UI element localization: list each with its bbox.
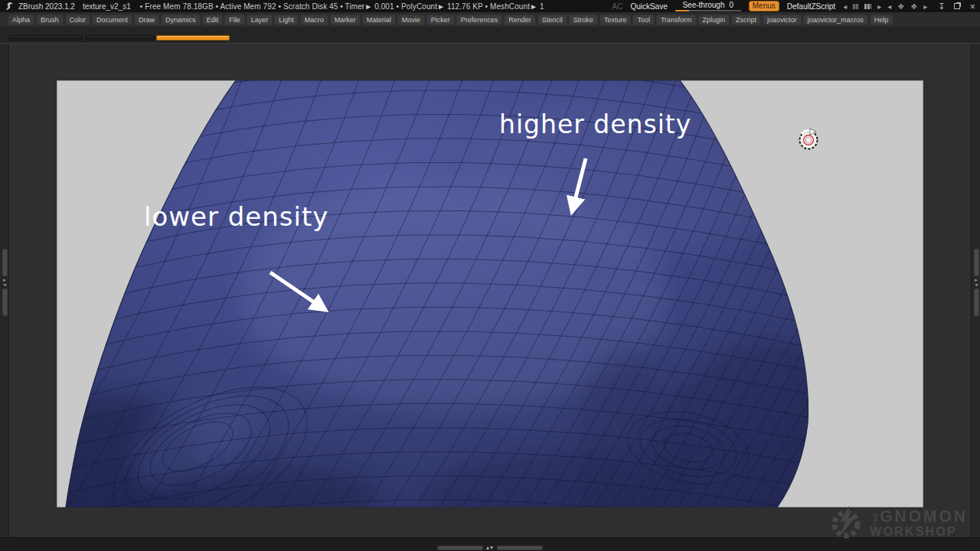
menu-item[interactable]: Macro [300, 15, 328, 25]
menu-item[interactable]: Zplugin [698, 15, 730, 25]
title-bar: ZBrush 2023.1.2 texture_v2_s1 • Free Mem… [0, 0, 980, 12]
restore-icon[interactable] [954, 3, 960, 9]
menu-item[interactable]: Texture [599, 15, 632, 25]
menu-bar: AlphaBrushColorDocumentDrawDynamicsEditF… [0, 12, 980, 27]
palette-scroll-left-icon[interactable]: ◂ [887, 2, 891, 11]
menu-item[interactable]: Marker [330, 15, 361, 25]
minimize-icon[interactable]: ↧ [938, 2, 945, 11]
right-tray-bars-icon[interactable] [864, 4, 871, 9]
divider-collapse-right-icon[interactable]: ▸ [877, 2, 881, 11]
tray-segment-1[interactable] [9, 35, 83, 41]
right-scrollbar-upper-segment[interactable] [974, 249, 979, 276]
right-tray-edge: ▸◂ [971, 44, 980, 538]
memory-stats-label: • Free Mem 78.18GB • Active Mem 792 • Sc… [140, 2, 544, 11]
watermark-workshop: WORKSHOP [870, 526, 968, 538]
right-scrollbar[interactable]: ▸◂ [973, 249, 979, 316]
see-through-slider[interactable]: See-through 0 [675, 2, 741, 11]
right-scrollbar-arrows-icon[interactable]: ▸◂ [975, 278, 978, 287]
horizontal-scrollbar[interactable]: ▴▾ [437, 545, 543, 551]
menu-item[interactable]: Help [870, 15, 893, 25]
menu-item[interactable]: Material [362, 15, 396, 25]
menu-item[interactable]: Movie [397, 15, 425, 25]
close-icon[interactable]: × [969, 2, 975, 11]
menu-item[interactable]: Render [504, 15, 536, 25]
quicksave-button[interactable]: QuickSave [630, 2, 667, 11]
menu-item[interactable]: Light [274, 15, 299, 25]
lower-density-label: lower density [144, 201, 328, 232]
ac-indicator: AC [612, 2, 622, 11]
left-scrollbar-upper-segment[interactable] [2, 249, 8, 276]
zbrush-logo-icon [5, 2, 15, 11]
left-tray-bars-icon[interactable] [853, 4, 858, 9]
menu-item[interactable]: Edit [202, 15, 224, 25]
menu-item[interactable]: Color [65, 15, 91, 25]
menu-item[interactable]: Zscript [731, 15, 761, 25]
menu-item[interactable]: Picker [426, 15, 455, 25]
menu-item[interactable]: Stroke [569, 15, 598, 25]
menu-item[interactable]: Draw [134, 15, 159, 25]
see-through-value: 0 [729, 2, 733, 8]
gnomon-gear-icon [828, 505, 864, 540]
zbrush-window: ZBrush 2023.1.2 texture_v2_s1 • Free Mem… [0, 0, 980, 551]
app-version-label: ZBrush 2023.1.2 [18, 2, 75, 11]
menu-item[interactable]: Layer [247, 15, 273, 25]
left-scrollbar-lower-segment[interactable] [2, 289, 8, 316]
divider-collapse-left-icon[interactable]: ◂ [843, 2, 847, 11]
menu-item[interactable]: Stencil [537, 15, 567, 25]
brush-cluster-alt-icon[interactable]: ❖ [910, 2, 917, 11]
rotate-camera-gizmo[interactable] [800, 129, 818, 149]
higher-density-label: higher density [499, 109, 691, 139]
menu-item[interactable]: File [224, 15, 245, 25]
watermark-gnomon: GNOMON [880, 507, 968, 524]
see-through-track[interactable] [675, 10, 741, 11]
menu-item[interactable]: Tool [632, 15, 655, 25]
tray-strip [0, 27, 980, 43]
left-scrollbar-arrows-icon[interactable]: ▸◂ [3, 278, 6, 287]
menu-item[interactable]: Brush [36, 15, 64, 25]
left-tray-edge: ▸◂ [0, 44, 9, 538]
document-name-label: texture_v2_s1 [83, 2, 131, 11]
watermark-the: THE [873, 517, 878, 525]
brush-cluster-icon[interactable]: ❖ [897, 2, 904, 11]
palette-scroll-right-icon[interactable]: ▸ [923, 2, 927, 11]
menu-item[interactable]: Document [92, 15, 132, 25]
left-scrollbar[interactable]: ▸◂ [2, 249, 8, 316]
menu-item[interactable]: joaovictor [763, 15, 802, 25]
gnomon-watermark: THE GNOMON WORKSHOP [828, 505, 968, 540]
menu-item[interactable]: Preferences [456, 15, 503, 25]
document-viewport[interactable]: higher density lower density [57, 80, 923, 507]
right-scrollbar-lower-segment[interactable] [974, 289, 979, 316]
hscroll-right-segment[interactable] [497, 546, 543, 550]
tray-segment-active[interactable] [156, 35, 230, 41]
menu-item[interactable]: joaovictor_macros [803, 15, 868, 25]
see-through-label: See-through [682, 2, 724, 8]
default-zscript-button[interactable]: DefaultZScript [787, 2, 835, 11]
menu-item[interactable]: Dynamics [161, 15, 201, 25]
menu-item[interactable]: Alpha [8, 15, 34, 25]
hscroll-left-segment[interactable] [437, 546, 483, 550]
tray-segment-2[interactable] [86, 35, 155, 41]
hscroll-arrows-icon[interactable]: ▴▾ [486, 545, 494, 551]
menu-item[interactable]: Transform [656, 15, 697, 25]
menus-toggle-button[interactable]: Menus [749, 1, 779, 11]
